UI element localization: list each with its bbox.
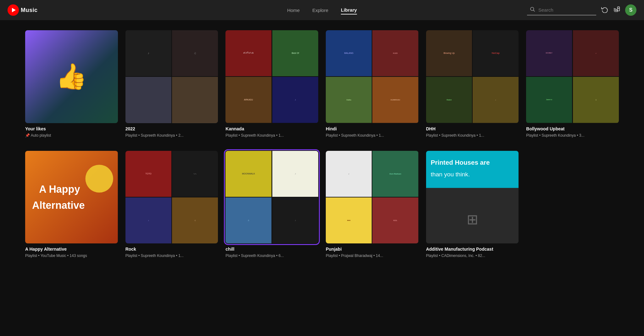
svg-text:⊞: ⊞ — [466, 211, 478, 227]
art-rock-3: ♪ — [125, 197, 171, 243]
card-thumb-additive-manufacturing: Printed Houses are than you think. ⊞ — [426, 151, 519, 244]
card-thumb-bollywood-upbeat: DOOBEY ♪ Jaane tu ♫ — [526, 30, 619, 123]
svg-text:♫: ♫ — [194, 219, 196, 221]
art-kannada-4: ♪ — [272, 77, 318, 123]
svg-point-2 — [530, 7, 534, 11]
card-rock[interactable]: TOTO ∿∿ ♪ ♫ Rock Playlist • Supreeth Kou… — [125, 151, 218, 259]
card-thumb-punjabi: ♪ Dure Badraan ♦♦♦ KEIL — [326, 151, 419, 244]
svg-text:A Happy: A Happy — [39, 183, 80, 195]
svg-text:Alternative: Alternative — [32, 200, 85, 211]
art-dhh-2: NoCap — [473, 30, 519, 76]
card-additive-manufacturing[interactable]: Printed Houses are than you think. ⊞ Add… — [426, 151, 519, 259]
card-title-2022: 2022 — [125, 126, 218, 131]
nav-explore[interactable]: Explore — [312, 6, 328, 14]
nav-home[interactable]: Home — [287, 6, 300, 14]
card-thumb-your-likes: 👍 — [25, 30, 118, 123]
card-chill[interactable]: MOONWALK ♪ ♫ ♪ chill Playlist • Supreeth… — [225, 151, 318, 259]
art-bollywood-4: ♫ — [573, 77, 619, 123]
art-kannada-2: Best Of — [272, 30, 318, 76]
card-title-additive-manufacturing: Additive Manufacturing Podcast — [426, 247, 519, 252]
art-rock-2: ∿∿ — [172, 151, 218, 197]
card-2022[interactable]: ♪ ♫ — [125, 30, 218, 138]
card-dhh[interactable]: Blowing Up NoCap Rebirt ♪ DHH Playlist •… — [426, 30, 519, 138]
svg-text:Dure Badraan: Dure Badraan — [390, 173, 401, 174]
art-rock-4: ♫ — [172, 197, 218, 243]
card-subtitle-happy-alternative: Playlist • YouTube Music • 143 songs — [25, 253, 118, 259]
art-additive-manufacturing: Printed Houses are than you think. ⊞ — [426, 151, 519, 244]
card-subtitle-kannada: Playlist • Supreeth Koundinya • 1... — [225, 133, 318, 138]
card-title-chill: chill — [225, 247, 318, 252]
card-title-punjabi: Punjabi — [326, 247, 419, 252]
playlist-row-2: A Happy Alternative A Happy Alternative … — [25, 151, 619, 259]
playlist-row-1: 👍 Your likes 📌 Auto playlist ♪ — [25, 30, 619, 138]
card-title-rock: Rock — [125, 247, 218, 252]
art-punjabi-1: ♪ — [326, 151, 372, 197]
art-hindi-4: HUMRAAH — [372, 77, 418, 123]
search-icon — [530, 6, 535, 14]
card-thumb-kannada: ಪರಿಚಯ Best Of ARKASU ♪ — [225, 30, 318, 123]
svg-text:♦♦♦: ♦♦♦ — [347, 219, 351, 221]
logo-area: Music — [8, 4, 38, 16]
svg-text:♫: ♫ — [194, 51, 196, 55]
svg-rect-72 — [426, 151, 519, 188]
svg-text:ARKASU: ARKASU — [244, 99, 253, 101]
history-icon[interactable] — [601, 6, 608, 14]
svg-text:ಪರಿಚಯ: ಪರಿಚಯ — [243, 52, 254, 54]
svg-text:MOONWALK: MOONWALK — [242, 173, 255, 175]
card-thumb-rock: TOTO ∿∿ ♪ ♫ — [125, 151, 218, 244]
svg-text:♪: ♪ — [295, 219, 296, 221]
svg-text:♪: ♪ — [147, 51, 149, 55]
card-title-happy-alternative: A Happy Alternative — [25, 247, 118, 252]
card-title-dhh: DHH — [426, 126, 519, 131]
svg-text:Halka: Halka — [346, 99, 351, 101]
cast-icon[interactable] — [613, 6, 620, 14]
card-thumb-happy-alternative: A Happy Alternative — [25, 151, 118, 244]
art-kannada-1: ಪರಿಚಯ — [225, 30, 271, 76]
svg-rect-10 — [172, 77, 218, 123]
card-punjabi[interactable]: ♪ Dure Badraan ♦♦♦ KEIL Punjabi Playlist… — [326, 151, 419, 259]
card-subtitle-rock: Playlist • Supreeth Koundinya • 1... — [125, 253, 218, 259]
search-input[interactable] — [538, 7, 589, 13]
header-actions: S — [527, 4, 636, 16]
art-2022-3 — [125, 77, 171, 123]
svg-text:KUDI: KUDI — [393, 52, 398, 54]
svg-text:KEIL: KEIL — [393, 219, 398, 221]
svg-text:Blowing Up: Blowing Up — [443, 52, 455, 54]
svg-text:TOTO: TOTO — [145, 173, 152, 175]
card-kannada[interactable]: ಪರಿಚಯ Best Of ARKASU ♪ Kannada Playlist … — [225, 30, 318, 138]
svg-text:HUMRAAH: HUMRAAH — [391, 99, 400, 101]
svg-text:Jaane tu: Jaane tu — [546, 99, 552, 101]
card-thumb-2022: ♪ ♫ — [125, 30, 218, 123]
user-avatar[interactable]: S — [625, 4, 636, 16]
art-hindi-2: KUDI — [372, 30, 418, 76]
svg-text:♪: ♪ — [295, 172, 296, 175]
main-nav: Home Explore Library — [287, 6, 357, 14]
art-happy-alternative: A Happy Alternative — [25, 151, 118, 244]
art-hindi-3: Halka — [326, 77, 372, 123]
art-2022-2: ♫ — [172, 30, 218, 76]
art-hindi-1: MALANG — [326, 30, 372, 76]
card-bollywood-upbeat[interactable]: DOOBEY ♪ Jaane tu ♫ Bollywood Upbeat Pla… — [526, 30, 619, 138]
search-bar[interactable] — [527, 5, 596, 15]
art-2022-1: ♪ — [125, 30, 171, 76]
brand-name: Music — [21, 7, 38, 14]
card-thumb-hindi: MALANG KUDI Halka HUMRAAH — [326, 30, 419, 123]
card-subtitle-2022: Playlist • Supreeth Koundinya • 2... — [125, 133, 218, 138]
svg-text:Best Of: Best Of — [291, 52, 299, 54]
art-punjabi-2: Dure Badraan — [372, 151, 418, 197]
svg-text:Printed Houses are: Printed Houses are — [430, 159, 490, 166]
main-content: 👍 Your likes 📌 Auto playlist ♪ — [0, 20, 644, 281]
art-bollywood-3: Jaane tu — [526, 77, 572, 123]
art-punjabi-3: ♦♦♦ — [326, 197, 372, 243]
nav-library[interactable]: Library — [341, 6, 357, 14]
art-2022-4 — [172, 77, 218, 123]
svg-rect-9 — [125, 77, 171, 123]
header: Music Home Explore Library S — [0, 0, 644, 20]
art-punjabi-4: KEIL — [372, 197, 418, 243]
art-dhh-4: ♪ — [473, 77, 519, 123]
card-hindi[interactable]: MALANG KUDI Halka HUMRAAH Hindi Playlist… — [326, 30, 419, 138]
card-a-happy-alternative[interactable]: A Happy Alternative A Happy Alternative … — [25, 151, 118, 259]
svg-text:than you think.: than you think. — [430, 171, 470, 178]
card-your-likes[interactable]: 👍 Your likes 📌 Auto playlist — [25, 30, 118, 138]
svg-text:♪: ♪ — [348, 173, 349, 174]
